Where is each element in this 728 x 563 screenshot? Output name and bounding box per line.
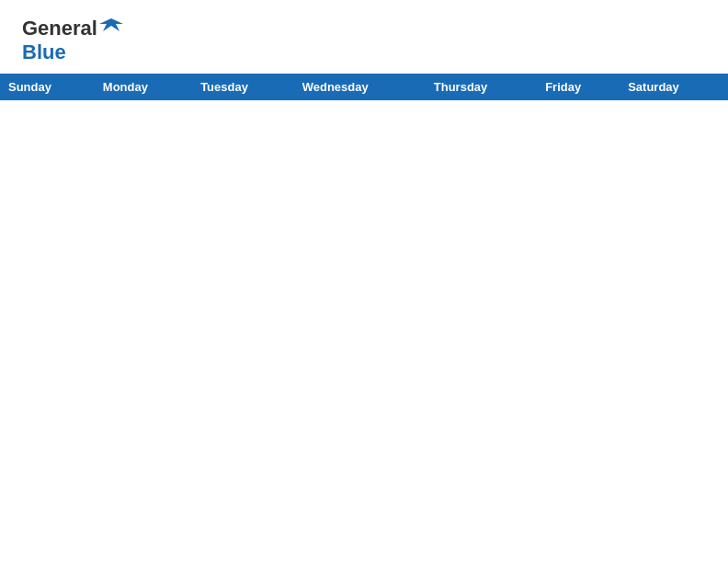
day-of-week-header: Sunday [1, 75, 96, 100]
logo: General Blue [22, 17, 123, 64]
page-header: General Blue [0, 0, 728, 74]
day-of-week-header: Monday [95, 75, 192, 100]
day-of-week-header: Thursday [426, 75, 537, 100]
logo-blue-text: Blue [22, 40, 66, 63]
calendar-table: SundayMondayTuesdayWednesdayThursdayFrid… [0, 74, 728, 100]
day-of-week-header: Friday [538, 75, 620, 100]
day-of-week-header: Wednesday [294, 75, 426, 100]
logo-general: General [22, 17, 97, 40]
day-of-week-header: Saturday [620, 75, 728, 100]
svg-marker-0 [99, 18, 123, 31]
day-of-week-header: Tuesday [193, 75, 295, 100]
calendar-header-row: SundayMondayTuesdayWednesdayThursdayFrid… [1, 75, 728, 100]
logo-bird-icon [99, 15, 123, 39]
